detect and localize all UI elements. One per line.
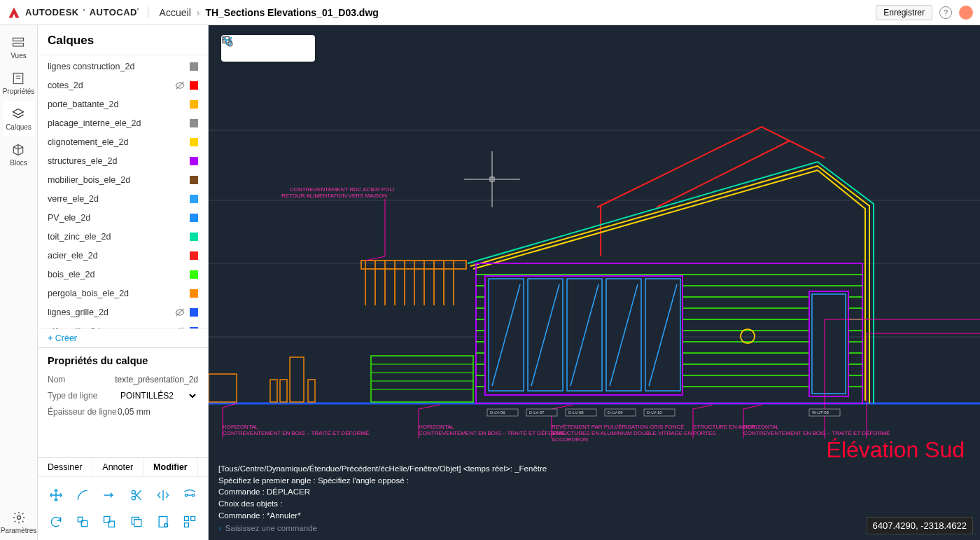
layer-name: acier_ele_2d bbox=[48, 251, 174, 261]
tool-array[interactable] bbox=[178, 511, 201, 533]
visibility-toggle-icon[interactable] bbox=[174, 137, 186, 148]
layer-row[interactable]: acier_ele_2d bbox=[38, 246, 208, 265]
layer-color-swatch[interactable] bbox=[190, 119, 198, 127]
breadcrumb-home[interactable]: Accueil bbox=[160, 7, 191, 18]
svg-rect-0 bbox=[13, 38, 24, 41]
tool-cut[interactable] bbox=[125, 484, 148, 506]
linetype-select[interactable]: POINTILLÉS2 bbox=[118, 390, 198, 401]
drawing-canvas[interactable]: CONTREVENTEMENT RDC ACIER POLI RETOUR AL… bbox=[209, 25, 980, 540]
rail-item-blocs[interactable]: Blocs bbox=[3, 137, 35, 172]
layer-color-swatch[interactable] bbox=[190, 176, 198, 184]
visibility-toggle-icon[interactable] bbox=[174, 118, 186, 129]
layer-row[interactable]: porte_battante_2d bbox=[38, 95, 208, 113]
svg-text:STRUCTURES EN ALUMINIUM DOUBLE: STRUCTURES EN ALUMINIUM DOUBLE VITRAGE E… bbox=[552, 430, 692, 436]
layer-color-swatch[interactable] bbox=[190, 308, 198, 317]
layer-color-swatch[interactable] bbox=[190, 270, 198, 279]
blocs-icon bbox=[3, 142, 35, 158]
layer-row[interactable]: réfs_grille_2d bbox=[38, 321, 208, 328]
layer-row[interactable]: cotes_2d bbox=[38, 76, 208, 95]
visibility-toggle-icon[interactable] bbox=[174, 269, 186, 280]
svg-text:HORIZONTAL: HORIZONTAL bbox=[743, 424, 780, 430]
save-button[interactable]: Enregistrer bbox=[876, 5, 932, 20]
layer-row[interactable]: toit_zinc_ele_2d bbox=[38, 227, 208, 246]
visibility-toggle-icon[interactable] bbox=[174, 99, 186, 110]
tool-arc[interactable] bbox=[71, 484, 94, 506]
tool-paste[interactable] bbox=[152, 511, 174, 533]
layer-row[interactable]: placage_interne_ele_2d bbox=[38, 113, 208, 132]
svg-point-107 bbox=[228, 42, 232, 46]
help-icon[interactable]: ? bbox=[939, 6, 952, 19]
prop-value-linetype[interactable]: POINTILLÉS2 bbox=[118, 390, 198, 401]
layer-color-swatch[interactable] bbox=[190, 81, 198, 90]
layer-color-swatch[interactable] bbox=[190, 100, 198, 109]
svg-rect-77 bbox=[280, 380, 287, 402]
tool-copy[interactable] bbox=[125, 511, 148, 533]
tab-dessiner[interactable]: Dessiner bbox=[38, 458, 92, 476]
chevron-right-icon: › bbox=[218, 522, 221, 534]
layer-color-swatch[interactable] bbox=[190, 157, 198, 165]
visibility-toggle-icon[interactable] bbox=[174, 80, 186, 91]
layer-name: PV_ele_2d bbox=[48, 213, 174, 223]
svg-text:CONTREVENTEMENT RDC ACIER POLI: CONTREVENTEMENT RDC ACIER POLI bbox=[290, 186, 394, 193]
layer-color-swatch[interactable] bbox=[190, 251, 198, 260]
avatar[interactable] bbox=[959, 6, 973, 20]
layer-list[interactable]: lignes construction_2dcotes_2dporte_batt… bbox=[38, 55, 208, 328]
svg-text:HORIZONTAL: HORIZONTAL bbox=[223, 424, 259, 430]
layer-row[interactable]: PV_ele_2d bbox=[38, 208, 208, 227]
visibility-toggle-icon[interactable] bbox=[174, 250, 186, 261]
layer-row[interactable]: structures_ele_2d bbox=[38, 151, 208, 170]
left-rail: VuesPropriétésCalquesBlocs Paramètres bbox=[0, 25, 38, 540]
visibility-toggle-icon[interactable] bbox=[174, 174, 186, 186]
tool-trim[interactable] bbox=[98, 484, 120, 506]
layer-color-swatch[interactable] bbox=[190, 138, 198, 146]
rail-item-calques[interactable]: Calques bbox=[3, 101, 35, 137]
rail-item-settings[interactable]: Paramètres bbox=[0, 504, 37, 540]
visibility-toggle-icon[interactable] bbox=[174, 193, 186, 205]
tool-align[interactable] bbox=[178, 484, 201, 506]
create-layer-button[interactable]: Créer bbox=[38, 328, 208, 347]
breadcrumb-file[interactable]: TH_Sections Elevations_01_D03.dwg bbox=[205, 7, 378, 18]
layer-row[interactable]: lignes_grille_2d bbox=[38, 303, 208, 321]
visibility-toggle-icon[interactable] bbox=[174, 212, 186, 223]
layer-color-swatch[interactable] bbox=[190, 195, 198, 203]
zoom-extents-button[interactable] bbox=[269, 38, 290, 59]
layer-row[interactable]: clignotement_ele_2d bbox=[38, 132, 208, 151]
layer-row[interactable]: lignes construction_2d bbox=[38, 57, 208, 76]
rail-item-proprietes[interactable]: Propriétés bbox=[3, 65, 35, 101]
layer-row[interactable]: mobilier_bois_ele_2d bbox=[38, 170, 208, 189]
floating-toolbar bbox=[221, 35, 315, 62]
layer-properties: Propriétés du calque Nom texte_présentat… bbox=[38, 347, 208, 427]
command-input[interactable]: › Saisissez une commande bbox=[218, 522, 970, 534]
prop-value-name[interactable]: texte_présentation_2d bbox=[115, 375, 198, 385]
visibility-toggle-icon[interactable] bbox=[174, 288, 186, 299]
layer-color-swatch[interactable] bbox=[190, 233, 198, 241]
rail-item-vues[interactable]: Vues bbox=[3, 29, 35, 65]
tool-mirror[interactable] bbox=[152, 484, 174, 506]
visibility-toggle-icon[interactable] bbox=[174, 231, 186, 242]
visibility-toggle-icon[interactable] bbox=[174, 61, 186, 72]
layer-row[interactable]: bois_ele_2d bbox=[38, 265, 208, 284]
layer-color-swatch[interactable] bbox=[190, 289, 198, 298]
side-panel: Calques lignes construction_2dcotes_2dpo… bbox=[38, 25, 209, 540]
layer-name: cotes_2d bbox=[48, 81, 174, 90]
tool-group[interactable] bbox=[98, 511, 120, 533]
visibility-toggle-icon[interactable] bbox=[174, 307, 186, 318]
redo-button[interactable] bbox=[246, 38, 267, 59]
tool-tabs: DessinerAnnoterModifier bbox=[38, 457, 208, 476]
tool-rotate[interactable] bbox=[45, 511, 67, 533]
svg-text:PORTES: PORTES bbox=[693, 430, 716, 436]
layer-color-swatch[interactable] bbox=[190, 62, 198, 71]
layer-name: toit_zinc_ele_2d bbox=[48, 232, 174, 242]
tool-scale[interactable] bbox=[71, 511, 94, 533]
tool-move[interactable] bbox=[45, 484, 67, 506]
tab-modifier[interactable]: Modifier bbox=[144, 458, 198, 476]
tab-annoter[interactable]: Annoter bbox=[92, 458, 144, 476]
visibility-toggle-icon[interactable] bbox=[174, 155, 186, 167]
zoom-window-button[interactable] bbox=[291, 38, 312, 59]
svg-text:RETOUR ALIMENTATION VERS MAISO: RETOUR ALIMENTATION VERS MAISON bbox=[281, 193, 387, 199]
layer-color-swatch[interactable] bbox=[190, 214, 198, 222]
layer-row[interactable]: verre_ele_2d bbox=[38, 189, 208, 208]
layer-row[interactable]: pergola_bois_ele_2d bbox=[38, 284, 208, 303]
prop-value-lineweight[interactable]: 0,05 mm bbox=[118, 407, 198, 417]
svg-text:REVÊTEMENT PAR PULVÉRISATION G: REVÊTEMENT PAR PULVÉRISATION GRIS FONCÉ bbox=[552, 424, 685, 430]
